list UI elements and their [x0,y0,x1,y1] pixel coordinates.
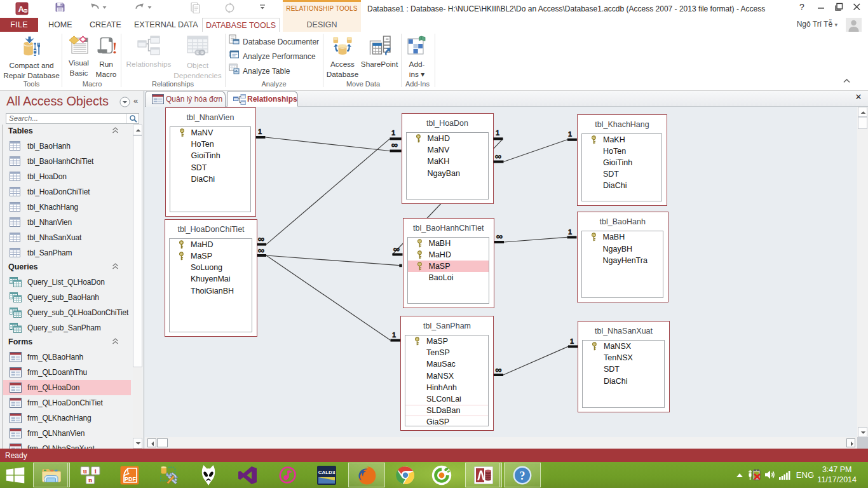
field-MaSP[interactable]: MaSP [405,336,488,347]
sharepoint-button[interactable]: SharePoint [360,34,399,79]
diagram-table-tbl_SanPham[interactable]: tbl_SanPhamMaSPTenSPMauSacMaNSXHinhAnhSL… [400,316,494,431]
save-icon[interactable] [55,2,65,13]
field-GioiTinh[interactable]: GioiTinh [170,150,250,161]
user-name[interactable]: Ngô Trí Tễ ▾ [797,20,837,29]
access-database-button[interactable]: AccessDatabase [325,34,360,79]
taskbar-start-button[interactable] [0,463,31,487]
field-GioiTinh[interactable]: GioiTinh [582,157,661,168]
qat-customize-icon[interactable] [258,2,267,12]
field-SDT[interactable]: SDT [582,168,661,180]
visual-basic-button[interactable]: VisualBasic [65,34,92,78]
close-tab-icon[interactable]: ✕ [854,93,863,102]
h-scrollbar-thumb[interactable] [157,438,168,447]
nav-item-tbl_BaoHanh[interactable]: tbl_BaoHanh [0,139,133,154]
field-DiaChi[interactable]: DiaChi [583,376,664,387]
scroll-left-button[interactable] [147,438,156,447]
nav-item-tbl_HoaDonChiTiet[interactable]: tbl_HoaDonChiTiet [0,184,133,200]
field-SDT[interactable]: SDT [583,363,664,375]
nav-section-tables[interactable]: Tables [0,125,133,139]
nav-item-tbl_KhachHang[interactable]: tbl_KhachHang [0,200,133,215]
canvas-horizontal-scrollbar[interactable] [145,437,857,449]
scroll-up-button[interactable] [133,125,142,135]
field-MaBH[interactable]: MaBH [408,238,489,249]
nav-scrollbar-thumb[interactable] [133,135,142,367]
taskbar-coccoc-button[interactable] [426,463,457,487]
clock[interactable]: 3:47 PM 11/17/2014 [817,464,857,485]
field-MauSac[interactable]: MauSac [405,358,488,370]
tab-design[interactable]: DESIGN [283,18,361,32]
diagram-table-tbl_KhachHang[interactable]: tbl_KhachHangMaKHHoTenGioiTinhSDTDiaChi [577,114,667,206]
taskbar-foobar-button[interactable] [193,463,224,487]
field-HoTen[interactable]: HoTen [582,146,661,157]
diagram-table-tbl_HoaDon[interactable]: tbl_HoaDonMaHDMaNVMaKHNgayBan [402,113,494,204]
field-HoTen[interactable]: HoTen [170,139,250,150]
nav-item-tbl_BaoHanhChiTiet[interactable]: tbl_BaoHanhChiTiet [0,154,133,169]
field-MaHD[interactable]: MaHD [407,133,488,144]
diagram-table-tbl_BaoHanh[interactable]: tbl_BaoHanhMaBHNgayBHNgayHenTra [577,212,669,302]
field-MaNSX[interactable]: MaNSX [583,341,664,352]
nav-shutter-icon[interactable]: « [133,96,138,105]
nav-item-frm_QLHoaDon[interactable]: frm_QLHoaDon [0,380,133,395]
addins-button[interactable]: Add-ins ▾ [403,34,430,79]
taskbar-cald3-button[interactable]: CALD3 [311,463,342,487]
field-TenNSX[interactable]: TenNSX [583,352,664,363]
field-SDT[interactable]: SDT [170,162,250,173]
field-NgayBan[interactable]: NgayBan [407,168,488,179]
taskbar-help-button[interactable]: ? [504,463,541,487]
field-MaSP[interactable]: MaSP [408,261,489,272]
field-MaHD[interactable]: MaHD [408,249,489,261]
compact-repair-button[interactable]: Compact andRepair Database [1,34,62,81]
canvas-vertical-scrollbar[interactable] [857,107,868,437]
diagram-table-tbl_NhaSanXuat[interactable]: tbl_NhaSanXuatMaNSXTenNSXSDTDiaChi [578,321,670,412]
nav-item-tbl_HoaDon[interactable]: tbl_HoaDon [0,169,133,184]
field-SoLuong[interactable]: SoLuong [170,262,252,273]
tray-up-icon[interactable] [735,471,744,479]
nav-item-Query_List_QLHoaDon[interactable]: Query_List_QLHoaDon [0,274,133,290]
field-MaKH[interactable]: MaKH [407,156,488,167]
v-scrollbar-thumb[interactable] [858,117,867,129]
field-MaNSX[interactable]: MaNSX [405,370,488,382]
nav-scrollbar[interactable] [133,125,142,449]
field-NgayBH[interactable]: NgayBH [582,243,663,255]
network-icon[interactable] [779,470,790,480]
tab-create[interactable]: CREATE [81,18,130,32]
taskbar-foxit-button[interactable]: PDF [114,463,145,487]
tab-external-data[interactable]: EXTERNAL DATA [126,18,206,32]
nav-item-frm_QLBaoHanh[interactable]: frm_QLBaoHanh [0,349,133,365]
diagram-table-tbl_HoaDonChiTiet[interactable]: tbl_HoaDonChiTietMaHDMaSPSoLuongKhuyenMa… [165,219,257,337]
nav-item-tbl_NhanVien[interactable]: tbl_NhanVien [0,215,133,230]
volume-icon[interactable] [764,470,776,480]
search-icon[interactable] [129,114,137,123]
taskbar-dbtool-button[interactable] [154,463,184,487]
scroll-up-button[interactable] [858,107,867,117]
taskbar-visualstudio-button[interactable] [233,463,263,487]
field-MaNV[interactable]: MaNV [170,127,250,139]
nav-item-frm_QLNhanVien[interactable]: frm_QLNhanVien [0,426,133,441]
avatar[interactable] [846,18,862,32]
field-MaKH[interactable]: MaKH [582,134,661,146]
chevron-up-icon[interactable] [112,263,119,269]
nav-item-frm_QLHoaDonChiTiet[interactable]: frm_QLHoaDonChiTiet [0,395,133,410]
taskbar-unikey-button[interactable]: uin [75,463,105,487]
taskbar-firefox-button[interactable] [348,463,385,487]
nav-item-frm_QLKhachHang[interactable]: frm_QLKhachHang [0,410,133,426]
analyze-table-button[interactable]: Analyze Table [229,64,290,78]
chevron-up-icon[interactable] [112,127,119,133]
field-MaNV[interactable]: MaNV [407,144,488,156]
nav-item-frm_QLNhaSanXuat[interactable]: frm_QLNhaSanXuat [0,441,133,449]
database-documenter-button[interactable]: Database Documenter [229,34,319,48]
field-MaSP[interactable]: MaSP [170,250,252,262]
field-MaBH[interactable]: MaBH [582,231,663,243]
field-DiaChi[interactable]: DiaChi [170,173,250,185]
minimize-button[interactable] [812,0,830,15]
chevron-up-icon[interactable] [112,338,119,344]
undo-icon[interactable] [89,2,108,13]
tab-file[interactable]: FILE [0,18,38,32]
taskbar-access-button[interactable] [465,463,502,487]
language-indicator[interactable]: ENG [796,470,814,480]
field-KhuyenMai[interactable]: KhuyenMai [170,273,252,285]
tab-quan-ly-hoa-don[interactable]: Quản lý hóa đơn [146,91,226,107]
power-icon[interactable] [748,469,762,480]
nav-section-forms[interactable]: Forms [0,336,133,349]
taskbar-musicapp-button[interactable] [273,463,303,487]
